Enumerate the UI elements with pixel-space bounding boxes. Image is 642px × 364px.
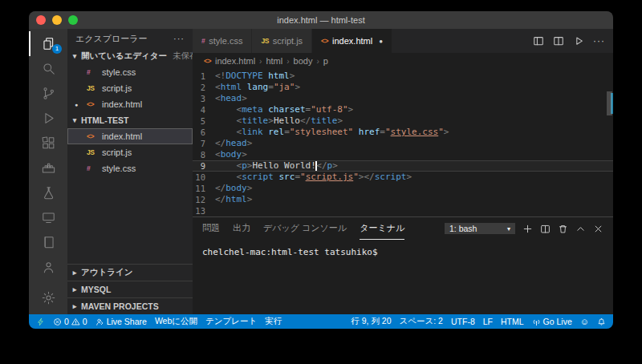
scrollbar-thumb[interactable] — [607, 91, 612, 115]
status-indentation[interactable]: スペース: 2 — [396, 314, 447, 329]
sidebar-section-mysql[interactable]: ▸MYSQL — [67, 281, 193, 297]
more-actions-icon[interactable]: ··· — [173, 34, 185, 43]
status-bar-left: 00Live ShareWebに公開テンプレート実行 — [32, 314, 286, 329]
code-line-12[interactable]: 12</html> — [193, 194, 613, 205]
status-publish-web[interactable]: Webに公開 — [151, 314, 201, 329]
panel-tab-ターミナル[interactable]: ターミナル — [360, 217, 404, 240]
chevron-right-icon: ▸ — [71, 302, 79, 310]
tab-style.css[interactable]: #style.css — [193, 29, 252, 53]
status-encoding[interactable]: UTF-8 — [447, 314, 479, 329]
line-content: <script src="script.js"></script> — [215, 172, 412, 183]
terminal[interactable]: chelchel-mac:html-test tatsuhiko$ — [193, 240, 613, 314]
file-item-style.css[interactable]: #style.css — [67, 64, 193, 80]
code-line-10[interactable]: 10 <script src="script.js"></script> — [193, 172, 613, 183]
maximize-panel-icon[interactable] — [575, 224, 586, 234]
chevron-right-icon: › — [286, 57, 289, 66]
activity-badge: 1 — [52, 44, 62, 54]
activity-search-icon[interactable] — [29, 56, 67, 81]
open-preview-icon[interactable] — [533, 35, 544, 47]
panel-tabs: 問題出力デバッグ コンソールターミナル — [202, 217, 404, 240]
more-actions-icon[interactable]: ··· — [593, 37, 605, 45]
zoom-window-button[interactable] — [68, 15, 78, 25]
file-item-index.html[interactable]: <>index.html — [67, 128, 193, 144]
activity-run-debug-icon[interactable] — [29, 106, 67, 131]
tab-script.js[interactable]: JSscript.js — [252, 29, 312, 53]
code-line-9[interactable]: 9 <p>Hello World!</p> — [193, 160, 613, 172]
status-notifications[interactable] — [593, 314, 610, 329]
status-problems[interactable]: 00 — [49, 314, 91, 329]
status-language-mode[interactable]: HTML — [497, 314, 528, 329]
activity-containers-icon[interactable] — [29, 156, 67, 180]
line-content: <title>Hello</title> — [215, 115, 343, 127]
title-bar[interactable]: index.html — html-test — [29, 11, 613, 29]
status-cursor-position[interactable]: 行 9, 列 20 — [347, 314, 395, 329]
breadcrumb-item-body[interactable]: body — [294, 56, 313, 66]
window-title: index.html — html-test — [29, 15, 613, 25]
activity-remote-icon[interactable] — [29, 205, 67, 230]
code-editor[interactable]: 1<!DOCTYPE html>2<html lang="ja">3<head>… — [193, 69, 613, 216]
broadcast-icon — [532, 317, 541, 326]
folder-header[interactable]: ▾ HTML-TEST — [67, 112, 193, 128]
panel-tab-出力[interactable]: 出力 — [233, 217, 250, 240]
new-terminal-icon[interactable] — [522, 224, 533, 234]
code-line-7[interactable]: 7</head> — [193, 138, 613, 149]
chevron-right-icon: ▸ — [71, 285, 79, 293]
breadcrumb-item-html[interactable]: html — [266, 56, 282, 66]
activity-explorer-icon[interactable]: 1 — [29, 31, 67, 56]
share-icon — [95, 317, 104, 326]
activity-extensions-icon[interactable] — [29, 131, 67, 156]
code-line-8[interactable]: 8<body> — [193, 149, 613, 160]
kill-terminal-icon[interactable] — [558, 224, 568, 234]
file-item-style.css[interactable]: #style.css — [67, 160, 193, 176]
code-line-3[interactable]: 3<head> — [193, 93, 613, 104]
css-file-icon: # — [201, 37, 205, 45]
line-content: </head> — [215, 138, 252, 149]
close-panel-icon[interactable] — [593, 224, 603, 234]
code-line-2[interactable]: 2<html lang="ja"> — [193, 82, 613, 93]
bottom-panel: 問題出力デバッグ コンソールターミナル 1: bash ▾ chelchel-m… — [193, 216, 613, 314]
tab-index.html[interactable]: <>index.html● — [312, 29, 392, 53]
file-name: style.css — [102, 164, 136, 173]
status-run-task[interactable]: 実行 — [261, 314, 286, 329]
status-go-live[interactable]: Go Live — [528, 314, 576, 329]
status-remote-indicator[interactable] — [32, 314, 49, 329]
html-file-icon: <> — [321, 37, 328, 45]
split-terminal-icon[interactable] — [540, 224, 551, 234]
file-item-index.html[interactable]: ●<>index.html — [67, 96, 193, 112]
file-item-script.js[interactable]: JSscript.js — [67, 144, 193, 160]
open-editors-header[interactable]: ▾ 開いているエディター 未保存 (1) — [67, 48, 193, 64]
run-code-icon[interactable] — [573, 35, 584, 47]
close-window-button[interactable] — [36, 15, 46, 25]
line-content: <head> — [215, 93, 247, 104]
file-item-script.js[interactable]: JSscript.js — [67, 80, 193, 96]
breadcrumb-item-p[interactable]: p — [323, 56, 328, 66]
breadcrumb-item-index.html[interactable]: index.html — [215, 56, 255, 66]
activity-live-share-icon[interactable] — [29, 255, 67, 280]
panel-tab-デバッグ コンソール[interactable]: デバッグ コンソール — [263, 217, 347, 240]
code-line-6[interactable]: 6 <link rel="stylesheet" href="style.css… — [193, 127, 613, 138]
status-eol[interactable]: LF — [479, 314, 497, 329]
activity-bar-top: 1 — [29, 31, 67, 280]
code-line-11[interactable]: 11</body> — [193, 183, 613, 194]
split-editor-icon[interactable] — [553, 35, 564, 47]
sidebar-section-maven-projects[interactable]: ▸MAVEN PROJECTS — [67, 297, 193, 314]
code-line-4[interactable]: 4 <meta charset="utf-8"> — [193, 104, 613, 115]
shell-selector[interactable]: 1: bash ▾ — [445, 223, 515, 234]
activity-source-control-icon[interactable] — [29, 81, 67, 106]
minimize-window-button[interactable] — [52, 15, 62, 25]
chevron-down-icon: ▾ — [71, 116, 79, 124]
status-live-share[interactable]: Live Share — [91, 314, 151, 329]
tab-label: style.css — [209, 36, 242, 46]
status-template[interactable]: テンプレート — [201, 314, 261, 329]
status-feedback[interactable]: ☺ — [576, 314, 593, 329]
activity-test-flask-icon[interactable] — [29, 180, 67, 205]
panel-tab-問題[interactable]: 問題 — [202, 217, 220, 240]
code-line-1[interactable]: 1<!DOCTYPE html> — [193, 71, 613, 82]
activity-docs-icon[interactable] — [29, 230, 67, 255]
sidebar-section-アウトライン[interactable]: ▸アウトライン — [67, 264, 193, 281]
activity-settings-icon[interactable] — [29, 285, 67, 310]
code-line-13[interactable]: 13 — [193, 205, 613, 216]
code-line-5[interactable]: 5 <title>Hello</title> — [193, 115, 613, 127]
file-name: script.js — [102, 148, 132, 157]
code-lines: 1<!DOCTYPE html>2<html lang="ja">3<head>… — [193, 71, 613, 216]
